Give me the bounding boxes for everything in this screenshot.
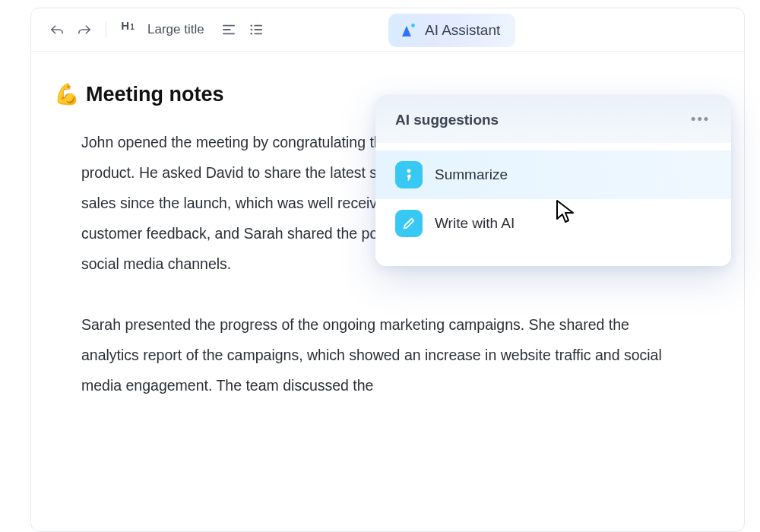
ai-popup-title: AI suggestions xyxy=(395,112,499,128)
ai-suggestion-summarize[interactable]: Summarize xyxy=(375,150,731,199)
undo-button[interactable] xyxy=(46,19,68,40)
editor-frame: H1 Large title AI Assistant 💪 Meeting no… xyxy=(30,8,745,532)
page-title[interactable]: Meeting notes xyxy=(86,83,224,106)
svg-point-9 xyxy=(411,24,415,27)
svg-point-10 xyxy=(407,169,411,173)
svg-point-7 xyxy=(250,33,252,34)
heading-style-label: Large title xyxy=(147,22,204,37)
undo-icon xyxy=(49,24,65,36)
redo-button[interactable] xyxy=(74,19,95,40)
ai-popup-more-button[interactable]: ••• xyxy=(688,110,713,129)
ai-suggestion-write-with-ai[interactable]: Write with AI xyxy=(375,199,731,248)
toolbar-separator xyxy=(106,21,106,38)
ai-suggestions-popup: AI suggestions ••• Summarize Write with … xyxy=(375,95,731,266)
ai-suggestion-label: Write with AI xyxy=(435,215,515,232)
svg-point-5 xyxy=(250,29,252,30)
heading-level: 1 xyxy=(130,23,135,31)
heading-style-button[interactable]: H1 xyxy=(117,19,138,40)
ai-popup-header: AI suggestions ••• xyxy=(375,95,731,143)
more-horizontal-icon: ••• xyxy=(691,112,710,127)
svg-point-3 xyxy=(250,24,252,26)
ai-assistant-label: AI Assistant xyxy=(425,22,500,39)
toolbar: H1 Large title xyxy=(31,8,744,52)
bullet-list-icon xyxy=(249,24,263,36)
heading-token: H xyxy=(121,19,129,32)
ai-suggestion-label: Summarize xyxy=(435,166,508,183)
paragraph-2[interactable]: Sarah presented the progress of the ongo… xyxy=(81,310,691,401)
align-left-icon xyxy=(222,24,236,36)
semicolon-icon xyxy=(395,161,423,188)
pencil-icon xyxy=(395,210,423,237)
redo-icon xyxy=(77,24,92,36)
list-button[interactable] xyxy=(245,19,267,40)
ai-popup-body: Summarize Write with AI xyxy=(375,143,731,266)
align-button[interactable] xyxy=(218,19,239,40)
ai-logo-icon xyxy=(399,21,417,40)
title-emoji: 💪 xyxy=(54,82,80,106)
ai-assistant-button[interactable]: AI Assistant xyxy=(388,14,515,47)
